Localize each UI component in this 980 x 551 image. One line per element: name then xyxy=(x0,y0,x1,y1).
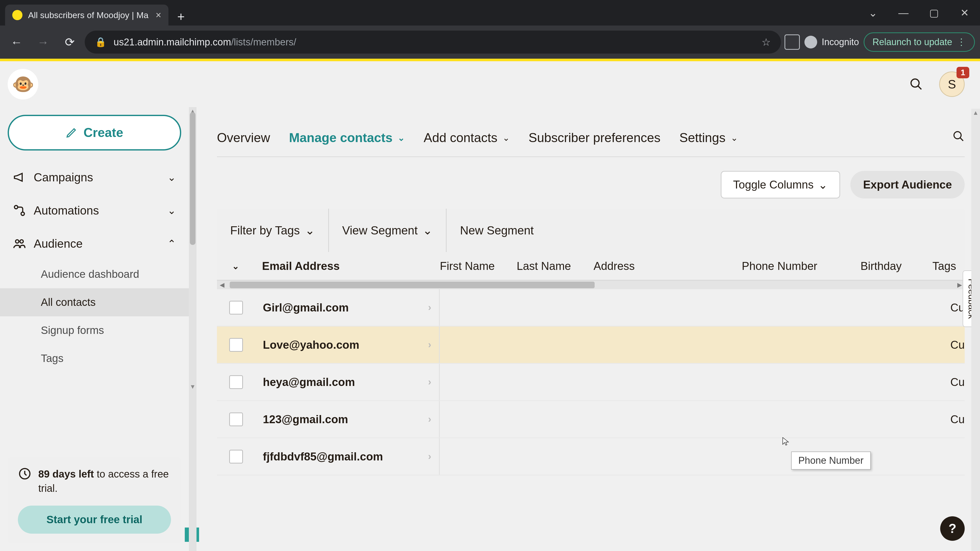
row-checkbox[interactable] xyxy=(229,301,243,314)
browser-tab[interactable]: All subscribers of Moodjoy | Ma × xyxy=(5,5,169,25)
tab-search-icon[interactable]: ⌄ xyxy=(858,0,888,25)
new-segment-label: New Segment xyxy=(460,224,534,237)
row-email[interactable]: heya@gmail.com› xyxy=(255,364,439,400)
mailchimp-logo[interactable]: 🐵 xyxy=(8,69,38,100)
forward-button[interactable]: → xyxy=(32,30,55,54)
sidebar-item-audience[interactable]: Audience ⌃ xyxy=(8,227,181,260)
col-email[interactable]: Email Address xyxy=(255,260,432,272)
svg-line-1 xyxy=(918,86,921,89)
row-checkbox[interactable] xyxy=(229,450,243,464)
back-button[interactable]: ← xyxy=(5,30,28,54)
close-window-button[interactable]: ✕ xyxy=(950,0,980,25)
row-rest: Cu xyxy=(439,401,965,437)
sidebar-sub-label: Signup forms xyxy=(41,324,104,337)
start-trial-button[interactable]: Start your free trial xyxy=(18,506,171,534)
sidebar-sub-all-contacts[interactable]: All contacts xyxy=(0,288,189,316)
sidebar-sub-signup-forms[interactable]: Signup forms xyxy=(8,316,181,345)
chevron-down-icon: ⌄ xyxy=(503,133,510,143)
table-row[interactable]: Love@yahoo.com›Cu xyxy=(217,327,965,364)
chevron-down-icon: ⌄ xyxy=(398,133,405,143)
relaunch-label: Relaunch to update xyxy=(873,37,952,48)
svg-point-4 xyxy=(16,240,19,243)
people-icon xyxy=(13,237,26,250)
scrollbar-thumb[interactable] xyxy=(230,282,595,288)
row-email[interactable]: 123@gmail.com› xyxy=(255,401,439,437)
search-icon[interactable] xyxy=(904,71,929,97)
new-tab-button[interactable]: + xyxy=(172,8,190,25)
col-first-name[interactable]: First Name xyxy=(432,260,509,272)
toggle-columns-button[interactable]: Toggle Columns⌄ xyxy=(721,171,840,198)
chevron-right-icon: › xyxy=(428,339,431,350)
clock-icon xyxy=(18,467,32,481)
chevron-up-icon: ⌃ xyxy=(167,238,176,249)
incognito-badge[interactable]: Incognito xyxy=(804,36,859,48)
maximize-button[interactable]: ▢ xyxy=(919,0,950,25)
svg-point-5 xyxy=(20,240,23,243)
row-email[interactable]: Love@yahoo.com› xyxy=(255,327,439,363)
address-bar: ← → ⟳ 🔒 us21.admin.mailchimp.com/lists/m… xyxy=(0,25,980,59)
table-row[interactable]: heya@gmail.com›Cu xyxy=(217,364,965,401)
minimize-button[interactable]: — xyxy=(888,0,919,25)
row-checkbox[interactable] xyxy=(229,375,243,389)
main-panel: Overview Manage contacts⌄ Add contacts⌄ … xyxy=(202,107,980,551)
tab-label: Add contacts xyxy=(424,130,497,145)
filter-by-tags[interactable]: Filter by Tags⌄ xyxy=(217,209,329,252)
row-checkbox[interactable] xyxy=(229,338,243,352)
create-button[interactable]: Create xyxy=(8,115,181,151)
sidebar-item-campaigns[interactable]: Campaigns ⌄ xyxy=(8,161,181,194)
extensions-icon[interactable] xyxy=(784,35,800,50)
col-tags[interactable]: Tags xyxy=(925,260,965,272)
url-input[interactable]: 🔒 us21.admin.mailchimp.com/lists/members… xyxy=(85,30,781,54)
sidebar-sub-audience-dashboard[interactable]: Audience dashboard xyxy=(8,260,181,288)
table-row[interactable]: Girl@gmail.com›Cu xyxy=(217,289,965,327)
main-scrollbar[interactable]: ▲ xyxy=(971,109,980,551)
window-controls: ⌄ — ▢ ✕ xyxy=(858,0,980,25)
pencil-icon xyxy=(65,127,77,138)
new-segment[interactable]: New Segment xyxy=(447,209,547,252)
trial-cta-label: Start your free trial xyxy=(46,513,142,526)
sidebar-sub-label: Tags xyxy=(41,352,64,365)
sidebar-sub-label: All contacts xyxy=(41,296,96,308)
right-toolbar: Toggle Columns⌄ Export Audience xyxy=(217,171,965,198)
view-segment[interactable]: View Segment⌄ xyxy=(329,209,447,252)
chevron-down-icon: ⌄ xyxy=(167,205,176,216)
table-search-icon[interactable] xyxy=(953,130,965,145)
sidebar-item-label: Automations xyxy=(34,203,99,218)
help-button[interactable]: ? xyxy=(940,516,965,541)
scrollbar-thumb[interactable] xyxy=(190,112,196,245)
tab-subscriber-prefs[interactable]: Subscriber preferences xyxy=(528,130,660,145)
scroll-left-icon[interactable]: ◀ xyxy=(217,281,227,289)
col-birthday[interactable]: Birthday xyxy=(853,260,925,272)
sidebar-scrollbar[interactable]: ▲ ▼ xyxy=(189,107,197,551)
incognito-label: Incognito xyxy=(822,37,859,48)
row-checkbox[interactable] xyxy=(229,413,243,426)
table-row[interactable]: 123@gmail.com›Cu xyxy=(217,401,965,438)
row-email[interactable]: Girl@gmail.com› xyxy=(255,289,439,326)
row-rest: Cu xyxy=(439,364,965,400)
account-menu[interactable]: S 1 xyxy=(939,71,965,97)
row-email[interactable]: fjfdbdvf85@gmail.com› xyxy=(255,438,439,475)
scroll-down-icon[interactable]: ▼ xyxy=(189,383,197,390)
toggle-columns-label: Toggle Columns xyxy=(733,178,814,191)
sidebar-sub-tags[interactable]: Tags xyxy=(8,345,181,372)
export-audience-button[interactable]: Export Audience xyxy=(850,171,965,198)
col-last-name[interactable]: Last Name xyxy=(509,260,586,272)
close-icon[interactable]: × xyxy=(156,10,161,21)
col-phone[interactable]: Phone Number xyxy=(734,260,853,272)
trial-card: 89 days left to access a free trial. Sta… xyxy=(8,457,181,543)
tab-add-contacts[interactable]: Add contacts⌄ xyxy=(424,130,510,145)
sidebar-item-automations[interactable]: Automations ⌄ xyxy=(8,194,181,227)
tab-manage-contacts[interactable]: Manage contacts⌄ xyxy=(289,130,405,145)
scroll-up-icon[interactable]: ▲ xyxy=(971,109,980,116)
tab-settings[interactable]: Settings⌄ xyxy=(679,130,738,145)
reload-button[interactable]: ⟳ xyxy=(58,30,81,54)
col-address[interactable]: Address xyxy=(586,260,734,272)
chrome-right: Incognito Relaunch to update ⋮ xyxy=(784,32,975,52)
tab-overview[interactable]: Overview xyxy=(217,130,270,145)
table-horizontal-scrollbar[interactable]: ◀ ▶ xyxy=(217,281,965,289)
select-all[interactable]: ⌄ xyxy=(217,261,255,271)
bookmark-icon[interactable]: ☆ xyxy=(762,36,771,48)
relaunch-button[interactable]: Relaunch to update ⋮ xyxy=(864,32,975,52)
row-rest: Cu xyxy=(439,327,965,363)
incognito-icon xyxy=(804,36,817,48)
